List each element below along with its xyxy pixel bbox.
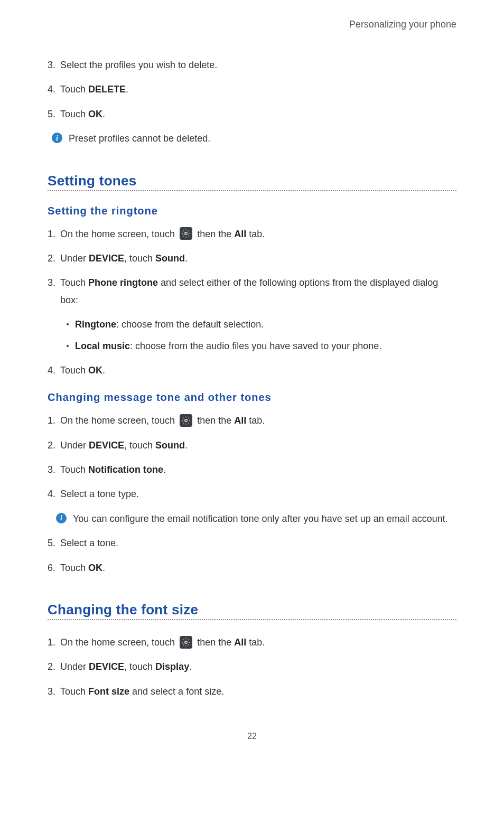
svg-point-2 — [185, 641, 188, 644]
subsection-title-message-tones: Changing message tone and other tones — [48, 391, 456, 404]
section-divider — [48, 619, 456, 620]
step-item: 1. On the home screen, touch then the Al… — [48, 226, 456, 242]
bullet-text: Local music: choose from the audio files… — [75, 338, 381, 354]
step-item: 5. Select a tone. — [48, 535, 456, 551]
settings-icon — [180, 414, 192, 427]
step-item: 6. Touch OK. — [48, 559, 456, 576]
step-text: Select a tone. — [60, 535, 456, 551]
step-number: 2. — [48, 250, 58, 267]
section-title-tones: Setting tones — [48, 173, 456, 189]
info-note: i Preset profiles cannot be deleted. — [52, 130, 456, 147]
step-number: 3. — [48, 57, 58, 73]
step-item: 5. Touch OK. — [48, 106, 456, 123]
step-item: 3. Touch Notification tone. — [48, 461, 456, 478]
step-text: Under DEVICE, touch Display. — [60, 658, 456, 675]
step-number: 5. — [48, 535, 58, 551]
step-number: 1. — [48, 412, 58, 429]
step-text: Touch OK. — [60, 559, 456, 576]
bullet-text: Ringtone: choose from the default select… — [75, 316, 264, 333]
info-note: i You can configure the email notificati… — [56, 510, 456, 527]
step-text: On the home screen, touch then the All t… — [60, 226, 456, 242]
step-number: 1. — [48, 634, 58, 651]
step-item: 2. Under DEVICE, touch Sound. — [48, 250, 456, 267]
step-text: Touch Font size and select a font size. — [60, 683, 456, 700]
settings-icon — [180, 636, 192, 649]
step-number: 6. — [48, 559, 58, 576]
settings-icon — [180, 227, 192, 240]
step-number: 3. — [48, 683, 58, 700]
step-text: On the home screen, touch then the All t… — [60, 634, 456, 651]
info-icon: i — [52, 133, 62, 143]
section-title-fontsize: Changing the font size — [48, 602, 456, 618]
step-number: 1. — [48, 226, 58, 242]
subsection-title-ringtone: Setting the ringtone — [48, 205, 456, 217]
info-text: Preset profiles cannot be deleted. — [69, 130, 210, 147]
step-number: 4. — [48, 485, 58, 502]
svg-point-1 — [185, 419, 188, 422]
step-item: 4. Touch DELETE. — [48, 81, 456, 98]
step-item: 4. Select a tone type. — [48, 485, 456, 502]
bullet-item: Local music: choose from the audio files… — [67, 338, 456, 354]
step-item: 1. On the home screen, touch then the Al… — [48, 634, 456, 651]
info-text: You can configure the email notification… — [73, 510, 448, 527]
step-number: 4. — [48, 362, 58, 379]
step-item: 2. Under DEVICE, touch Sound. — [48, 437, 456, 454]
step-number: 3. — [48, 461, 58, 478]
step-text: Touch DELETE. — [60, 81, 456, 98]
step-text: Select the profiles you wish to delete. — [60, 57, 456, 73]
page-number: 22 — [48, 732, 456, 741]
step-number: 2. — [48, 437, 58, 454]
bullet-dot-icon — [67, 345, 69, 347]
step-item: 2. Under DEVICE, touch Display. — [48, 658, 456, 675]
page-header: Personalizing your phone — [48, 19, 456, 30]
step-number: 2. — [48, 658, 58, 675]
step-text: Touch OK. — [60, 106, 456, 123]
step-item: 1. On the home screen, touch then the Al… — [48, 412, 456, 429]
step-text: Select a tone type. — [60, 485, 456, 502]
svg-point-0 — [185, 232, 188, 235]
step-item: 3. Touch Phone ringtone and select eithe… — [48, 274, 456, 308]
page: Personalizing your phone 3. Select the p… — [0, 0, 504, 762]
step-number: 5. — [48, 106, 58, 123]
step-item: 4. Touch OK. — [48, 362, 456, 379]
info-icon: i — [56, 513, 67, 523]
step-text: Under DEVICE, touch Sound. — [60, 437, 456, 454]
bullet-item: Ringtone: choose from the default select… — [67, 316, 456, 333]
step-number: 3. — [48, 274, 58, 291]
step-text: On the home screen, touch then the All t… — [60, 412, 456, 429]
step-item: 3. Touch Font size and select a font siz… — [48, 683, 456, 700]
step-number: 4. — [48, 81, 58, 98]
bullet-dot-icon — [67, 323, 69, 325]
step-text: Touch Phone ringtone and select either o… — [60, 274, 456, 308]
step-text: Touch Notification tone. — [60, 461, 456, 478]
step-item: 3. Select the profiles you wish to delet… — [48, 57, 456, 73]
section-divider — [48, 190, 456, 191]
step-text: Touch OK. — [60, 362, 456, 379]
step-text: Under DEVICE, touch Sound. — [60, 250, 456, 267]
